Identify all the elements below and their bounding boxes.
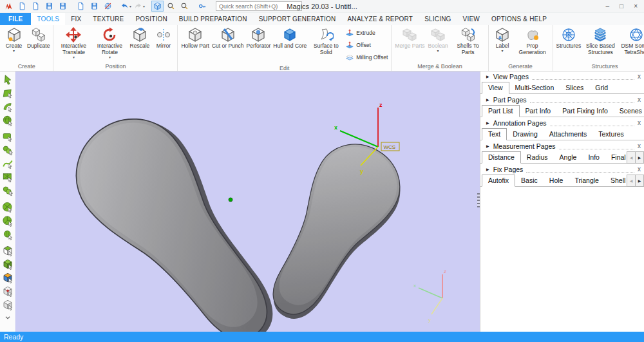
export-part-icon[interactable] [88, 1, 100, 12]
page-tab-multi-section[interactable]: Multi-Section [509, 82, 560, 93]
quick-search-key-icon[interactable] [196, 1, 209, 12]
tab-build-preparation[interactable]: BUILD PREPARATION [173, 12, 253, 25]
unload-parts-icon[interactable] [102, 1, 114, 12]
more-tools[interactable] [1, 312, 14, 325]
milling-offset-button[interactable]: Milling Offset [345, 53, 388, 62]
collapse-arrow-icon[interactable]: ▶ [486, 74, 489, 79]
quick-search-input[interactable] [216, 1, 302, 11]
dropdown-caret-icon[interactable]: ▾ [129, 4, 131, 8]
label-button[interactable]: Label▾ [491, 26, 515, 53]
page-tab-angle[interactable]: Angle [554, 152, 583, 163]
cut-or-punch-button[interactable]: Cut or Punch [211, 26, 245, 50]
page-tab-basic[interactable]: Basic [515, 175, 544, 186]
scroll-left-button[interactable]: ◀ [627, 151, 636, 164]
mark-small-sphere-tool[interactable] [1, 228, 14, 241]
mark-brush-tool[interactable] [1, 100, 14, 113]
tab-analyze-report[interactable]: ANALYZE & REPORT [341, 12, 419, 25]
collapse-arrow-icon[interactable]: ▶ [486, 120, 489, 125]
close-icon[interactable]: x [638, 120, 641, 126]
open-scene-icon[interactable] [30, 1, 42, 12]
extrude-button[interactable]: Extrude [345, 28, 388, 37]
page-tab-scenes[interactable]: Scenes [614, 106, 644, 117]
tab-options-help[interactable]: OPTIONS & HELP [486, 12, 553, 25]
measurement-view-icon[interactable] [178, 1, 191, 12]
close-icon[interactable]: x [638, 143, 641, 149]
page-tab-triangle[interactable]: Triangle [569, 175, 605, 186]
page-tab-autofix[interactable]: Autofix [482, 175, 515, 187]
hollow-part-button[interactable]: Hollow Part [180, 26, 210, 50]
tab-support-generation[interactable]: SUPPORT GENERATION [253, 12, 342, 25]
page-tab-slices[interactable]: Slices [560, 82, 589, 93]
mark-cross-section-tool[interactable] [1, 201, 14, 214]
page-tab-radius[interactable]: Radius [521, 152, 554, 163]
scroll-right-button[interactable]: ▶ [635, 151, 644, 164]
create-button[interactable]: Create▾ [2, 26, 26, 53]
prop-generation-button[interactable]: Prop Generation [515, 26, 551, 56]
part-insole-left[interactable] [54, 95, 307, 332]
page-tab-text[interactable]: Text [482, 128, 507, 140]
duplicate-button[interactable]: Duplicate [26, 26, 51, 50]
tab-slicing[interactable]: SLICING [419, 12, 457, 25]
collapse-arrow-icon[interactable]: ▶ [486, 144, 489, 148]
redo-icon[interactable]: ▾ [133, 1, 146, 12]
perforator-button[interactable]: Perforator [245, 26, 272, 50]
import-part-icon[interactable] [75, 1, 87, 12]
page-tab-attachments[interactable]: Attachments [544, 129, 592, 140]
mirror-button[interactable]: Mirror [151, 26, 175, 50]
page-tab-info[interactable]: Info [582, 152, 605, 163]
close-icon[interactable]: x [638, 97, 641, 103]
dsm-somos-tetrashell-button[interactable]: DSM Somos TetraShell [618, 26, 644, 56]
page-tab-hole[interactable]: Hole [544, 175, 569, 186]
collapse-arrow-icon[interactable]: ▶ [486, 97, 489, 102]
mark-box-tool[interactable] [1, 271, 14, 284]
surface-to-solid-button[interactable]: Surface to Solid [308, 26, 344, 56]
scroll-right-button[interactable]: ▶ [635, 175, 644, 187]
slice-based-structures-button[interactable]: Slice Based Structures [582, 26, 618, 56]
tab-file[interactable]: FILE [0, 12, 31, 25]
interactive-translate-button[interactable]: Interactive Translate▾ [55, 26, 91, 60]
close-icon[interactable]: x [638, 73, 641, 80]
close-icon[interactable]: x [638, 166, 641, 173]
mark-surface-tool[interactable] [1, 258, 14, 271]
mark-window-triangles-tool[interactable] [1, 171, 14, 184]
mark-window-tool[interactable] [1, 87, 14, 100]
minimize-button[interactable]: – [606, 3, 610, 10]
page-tab-grid[interactable]: Grid [589, 82, 614, 93]
tab-fix[interactable]: FIX [65, 12, 87, 25]
mark-shell-tool[interactable] [1, 114, 14, 127]
mark-ellipse-tool[interactable] [1, 144, 14, 157]
panel-splitter-handle[interactable] [477, 193, 480, 207]
mark-freeform-tool[interactable] [1, 157, 14, 170]
scroll-left-button[interactable]: ◀ [627, 175, 636, 187]
page-tab-part-list[interactable]: Part List [482, 105, 520, 117]
restore-button[interactable]: □ [620, 3, 623, 10]
page-tab-drawing[interactable]: Drawing [507, 129, 544, 140]
close-button[interactable]: × [634, 3, 638, 10]
mark-sphere-tool[interactable] [1, 214, 14, 227]
page-tab-part-info[interactable]: Part Info [520, 106, 557, 117]
page-tab-distance[interactable]: Distance [482, 151, 521, 164]
mark-rectangle-tool[interactable] [1, 130, 14, 143]
collapse-arrow-icon[interactable]: ▶ [486, 167, 489, 171]
mark-plane-tool[interactable] [1, 244, 14, 257]
save-as-icon[interactable] [57, 1, 69, 12]
save-icon[interactable] [43, 1, 55, 12]
zoom-view-icon[interactable] [165, 1, 177, 12]
mark-bad-edges-tool[interactable] [1, 285, 14, 298]
magics-logo[interactable] [3, 1, 15, 12]
select-items-tool[interactable] [1, 73, 14, 86]
shade-mode-icon[interactable] [151, 1, 164, 12]
viewport[interactable]: z x y WCS z x y [15, 71, 480, 332]
page-tab-textures[interactable]: Textures [592, 129, 630, 140]
shells-to-parts-button[interactable]: Shells To Parts [450, 26, 486, 56]
offset-button[interactable]: Offset [345, 41, 388, 50]
mark-connected-tool[interactable] [1, 184, 14, 197]
rescale-button[interactable]: Rescale [128, 26, 151, 50]
hull-and-core-button[interactable]: Hull and Core [272, 26, 308, 50]
mark-part-tool[interactable] [1, 298, 14, 311]
new-scene-icon[interactable] [16, 1, 28, 12]
undo-icon[interactable]: ▾ [120, 1, 132, 12]
interactive-rotate-button[interactable]: Interactive Rotate▾ [91, 26, 128, 60]
viewport-canvas[interactable]: z x y WCS z x y [15, 71, 480, 332]
dropdown-caret-icon[interactable]: ▾ [143, 4, 145, 8]
